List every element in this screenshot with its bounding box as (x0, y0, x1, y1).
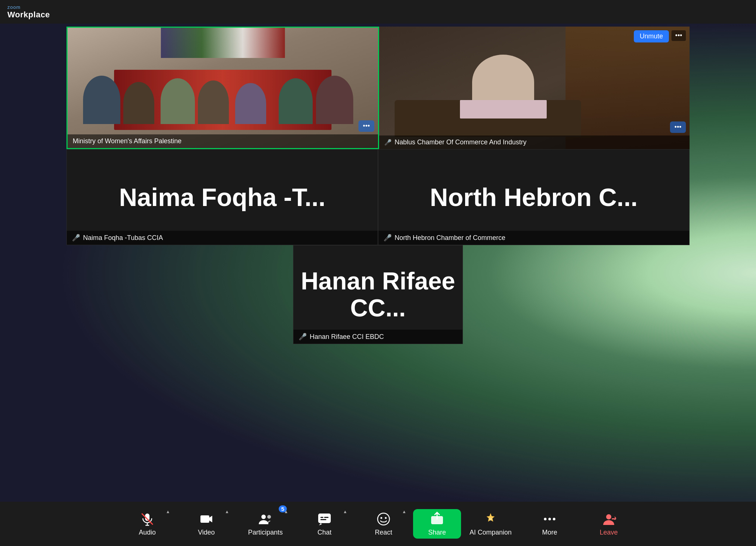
audio-btn[interactable]: ▲ Audio (118, 502, 177, 546)
more-icon (542, 512, 557, 526)
react-icon (376, 512, 391, 526)
leave-btn[interactable]: Leave (579, 502, 638, 546)
northhebron-label: 🎤 North Hebron Chamber of Commerce (378, 231, 689, 245)
tile-2-options-btn[interactable]: ••• (671, 30, 686, 41)
naima-label: 🎤 Naima Foqha -Tubas CCIA (67, 231, 378, 245)
hanan-label-text: Hanan Rifaee CCI EBDC (310, 333, 384, 341)
northhebron-mute-icon: 🎤 (384, 234, 392, 242)
zoom-brand-text: zoom (7, 4, 50, 10)
leave-icon (601, 512, 616, 526)
video-icon (199, 512, 214, 526)
meeting-room-video (68, 28, 378, 148)
svg-rect-8 (320, 517, 323, 518)
office-video (379, 27, 690, 149)
react-label: React (375, 529, 392, 536)
svg-point-13 (385, 517, 387, 519)
svg-point-16 (544, 518, 547, 520)
svg-point-18 (553, 518, 556, 520)
svg-point-12 (381, 517, 382, 519)
more-btn[interactable]: More (520, 502, 579, 546)
ai-companion-label: AI Companion (470, 529, 512, 536)
audio-icon-container (140, 512, 155, 526)
svg-point-17 (549, 518, 551, 520)
mic-muted-icon (140, 512, 155, 526)
naima-mute-icon: 🎤 (72, 234, 80, 242)
tile-2-more-btn[interactable]: ••• (670, 121, 686, 133)
video-tile-2: Unmute ••• 🎤 Nablus Chamber Of Commerce … (379, 27, 690, 149)
tile-1-more-btn[interactable]: ••• (358, 120, 374, 132)
unmute-btn[interactable]: Unmute (634, 30, 669, 42)
participants-btn[interactable]: 5 ▲ Participants (236, 502, 295, 546)
svg-point-11 (378, 513, 389, 525)
video-btn[interactable]: ▲ Video (177, 502, 236, 546)
bottom-toolbar: ▲ Audio ▲ Video 5 ▲ Participants ▲ (0, 502, 756, 546)
share-btn[interactable]: Share (413, 509, 461, 539)
svg-point-15 (489, 518, 492, 521)
tile-2-label: 🎤 Nablus Chamber Of Commerce And Industr… (379, 135, 690, 149)
naima-label-text: Naima Foqha -Tubas CCIA (83, 234, 163, 242)
video-caret[interactable]: ▲ (225, 509, 229, 514)
hanan-mute-icon: 🎤 (299, 333, 307, 341)
top-video-row: Ministry of Women's Affairs Palestine ••… (0, 24, 756, 149)
zoom-logo: zoom Workplace (7, 4, 50, 20)
audio-label: Audio (139, 529, 156, 536)
tile-2-mute-icon: 🎤 (384, 139, 392, 146)
more-label: More (542, 529, 557, 536)
svg-rect-7 (318, 514, 331, 523)
share-label: Share (428, 529, 446, 536)
video-tile-1: Ministry of Women's Affairs Palestine ••… (66, 27, 379, 149)
leave-label: Leave (599, 529, 618, 536)
audio-caret[interactable]: ▲ (166, 509, 170, 514)
chat-icon (317, 512, 332, 526)
middle-avatar-row: Naima Foqha -T... 🎤 Naima Foqha -Tubas C… (0, 149, 756, 245)
video-grid: Ministry of Women's Affairs Palestine ••… (0, 24, 756, 502)
svg-point-19 (606, 514, 611, 519)
avatar-tile-naima: Naima Foqha -T... 🎤 Naima Foqha -Tubas C… (66, 149, 378, 245)
svg-rect-9 (324, 517, 329, 518)
chat-label: Chat (317, 529, 331, 536)
video-label: Video (198, 529, 215, 536)
chat-caret[interactable]: ▲ (343, 509, 347, 514)
tile-2-label-text: Nablus Chamber Of Commerce And Industry (395, 138, 526, 146)
react-btn[interactable]: ▲ React (354, 502, 413, 546)
hanan-display-name: Hanan Rifaee CC... (293, 268, 463, 321)
svg-rect-4 (200, 515, 209, 523)
northhebron-label-text: North Hebron Chamber of Commerce (395, 234, 505, 242)
participants-icon (258, 512, 273, 526)
northhebron-display-name: North Hebron C... (430, 183, 638, 211)
hanan-label: 🎤 Hanan Rifaee CCI EBDC (293, 330, 463, 344)
svg-point-5 (261, 515, 266, 519)
ai-companion-btn[interactable]: AI Companion (461, 502, 520, 546)
react-caret[interactable]: ▲ (402, 509, 406, 514)
share-icon (430, 512, 444, 526)
tile-1-label-text: Ministry of Women's Affairs Palestine (73, 137, 182, 145)
chat-btn[interactable]: ▲ Chat (295, 502, 354, 546)
svg-point-6 (267, 515, 271, 519)
top-bar: zoom Workplace (0, 0, 756, 24)
naima-display-name: Naima Foqha -T... (119, 183, 325, 211)
tile-1-label: Ministry of Women's Affairs Palestine (68, 134, 378, 148)
workplace-brand-text: Workplace (7, 10, 50, 20)
ai-icon (483, 512, 498, 526)
avatar-tile-hanan: Hanan Rifaee CC... 🎤 Hanan Rifaee CCI EB… (293, 245, 463, 344)
avatar-tile-northhebron: North Hebron C... 🎤 North Hebron Chamber… (378, 149, 690, 245)
participants-label: Participants (248, 529, 283, 536)
participants-caret[interactable]: ▲ (284, 509, 288, 514)
svg-rect-10 (320, 519, 326, 520)
